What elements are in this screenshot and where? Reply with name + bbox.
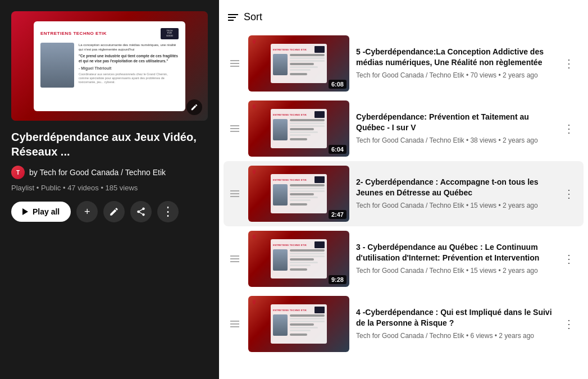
action-buttons: Play all + ⋮	[11, 201, 208, 222]
video-details: 2- Cyberdépendance : Accompagne t-on tou…	[356, 177, 552, 210]
edit-button[interactable]	[103, 201, 125, 222]
video-meta: Tech for Good Canada / Techno Etik • 15 …	[356, 266, 552, 276]
play-all-label: Play all	[33, 207, 60, 216]
video-details: Cyberdépendance: Prévention et Taitement…	[356, 112, 552, 145]
video-more-button[interactable]: ⋮	[559, 314, 579, 334]
video-more-button[interactable]: ⋮	[559, 53, 579, 74]
video-details: 4 -Cyberdépendance : Qui est Impliqué da…	[356, 307, 552, 340]
video-thumbnail: ENTRETIENS TECHNO ETIK	[248, 35, 349, 92]
drag-handle[interactable]	[228, 253, 241, 264]
thumbnail-author-sub: Coordinateur aux services professionnels…	[79, 72, 179, 84]
duration-badge: 2:47	[329, 210, 347, 219]
duration-badge: 9:28	[329, 275, 347, 284]
video-item[interactable]: ENTRETIENS TECHNO ETIK	[228, 226, 579, 291]
video-item[interactable]: ENTRETIENS TECHNO ETIK	[224, 161, 584, 226]
mic-icon: 🎙	[252, 169, 257, 175]
duration-badge: 6:08	[329, 80, 347, 89]
mic-icon: 🎙	[252, 299, 257, 305]
playlist-thumbnail: ENTRETIENS TECHNO ETIK TECHFORGOOD La co…	[11, 11, 208, 121]
play-icon	[22, 208, 28, 215]
video-item[interactable]: ENTRETIENS TECHNO ETIK	[228, 31, 579, 96]
tech-good-logo: TECHFORGOOD	[161, 28, 179, 39]
video-meta: Tech for Good Canada / Techno Etik • 15 …	[356, 201, 552, 211]
left-panel: ENTRETIENS TECHNO ETIK TECHFORGOOD La co…	[0, 0, 219, 379]
video-title: Cyberdépendance: Prévention et Taitement…	[356, 112, 552, 132]
thumbnail-card: ENTRETIENS TECHNO ETIK TECHFORGOOD La co…	[34, 21, 185, 111]
thumbnail-person-image	[40, 43, 74, 88]
channel-name: by Tech for Good Canada / Techno Etik	[29, 168, 166, 177]
playlist-info: Cyberdépendance aux Jeux Vidéo, Réseaux …	[11, 130, 208, 222]
playlist-meta: Playlist • Public • 47 videos • 185 view…	[11, 184, 208, 192]
thumbnail-channel-label: ENTRETIENS TECHNO ETIK	[40, 31, 107, 36]
video-thumbnail: ENTRETIENS TECHNO ETIK	[248, 296, 349, 352]
video-more-button[interactable]: ⋮	[559, 184, 579, 204]
video-item[interactable]: ENTRETIENS TECHNO ETIK	[228, 291, 579, 357]
video-title: 5 -Cyberdépendance:La Conception Addicti…	[356, 47, 552, 67]
video-meta: Tech for Good Canada / Techno Etik • 70 …	[356, 71, 552, 80]
mic-icon: 🎙	[252, 39, 257, 45]
drag-handle[interactable]	[228, 318, 241, 330]
channel-avatar: T	[11, 166, 25, 179]
mic-icon: 🎙	[252, 234, 257, 240]
video-more-button[interactable]: ⋮	[559, 249, 579, 269]
sort-header: Sort	[228, 0, 579, 31]
channel-row: T by Tech for Good Canada / Techno Etik	[11, 166, 208, 179]
sort-label[interactable]: Sort	[244, 11, 262, 23]
video-thumbnail: ENTRETIENS TECHNO ETIK	[248, 231, 349, 287]
thumbnail-text: La conception accoutumante des médias nu…	[79, 43, 179, 88]
playlist-title: Cyberdépendance aux Jeux Vidéo, Réseaux …	[11, 130, 208, 159]
video-thumbnail: ENTRETIENS TECHNO ETIK	[248, 166, 349, 222]
video-item[interactable]: ENTRETIENS TECHNO ETIK	[228, 96, 579, 161]
video-more-button[interactable]: ⋮	[559, 118, 579, 139]
drag-handle[interactable]	[228, 123, 241, 134]
mic-icon: 🎙	[252, 104, 257, 110]
video-title: 3 - Cyberdépendance au Québec : Le Conti…	[356, 242, 552, 262]
video-details: 5 -Cyberdépendance:La Conception Addicti…	[356, 47, 552, 80]
video-thumbnail: ENTRETIENS TECHNO ETIK	[248, 101, 349, 157]
more-vert-icon: ⋮	[162, 204, 174, 219]
add-button[interactable]: +	[76, 201, 98, 222]
share-button[interactable]	[130, 201, 152, 222]
video-title: 2- Cyberdépendance : Accompagne t-on tou…	[356, 177, 552, 197]
drag-handle[interactable]	[228, 58, 241, 69]
thumbnail-desc: La conception accoutumante des médias nu…	[79, 43, 179, 52]
more-options-button[interactable]: ⋮	[157, 201, 179, 222]
right-panel: Sort ENTRETIENS TECHNO ETIK	[219, 0, 588, 379]
drag-handle[interactable]	[228, 188, 241, 199]
add-icon: +	[84, 206, 90, 218]
duration-badge: 6:04	[329, 145, 347, 154]
video-details: 3 - Cyberdépendance au Québec : Le Conti…	[356, 242, 552, 275]
video-title: 4 -Cyberdépendance : Qui est Impliqué da…	[356, 307, 552, 327]
thumbnail-author: - Miguel Thérioult	[79, 66, 179, 71]
video-meta: Tech for Good Canada / Techno Etik • 38 …	[356, 136, 552, 145]
video-meta: Tech for Good Canada / Techno Etik • 6 v…	[356, 331, 552, 341]
edit-thumbnail-button[interactable]	[186, 99, 202, 115]
play-all-button[interactable]: Play all	[11, 202, 71, 222]
sort-icon	[228, 14, 238, 21]
video-list: ENTRETIENS TECHNO ETIK	[228, 31, 579, 357]
thumbnail-quote: "Ce prend une industrie qui tient compte…	[79, 54, 179, 63]
